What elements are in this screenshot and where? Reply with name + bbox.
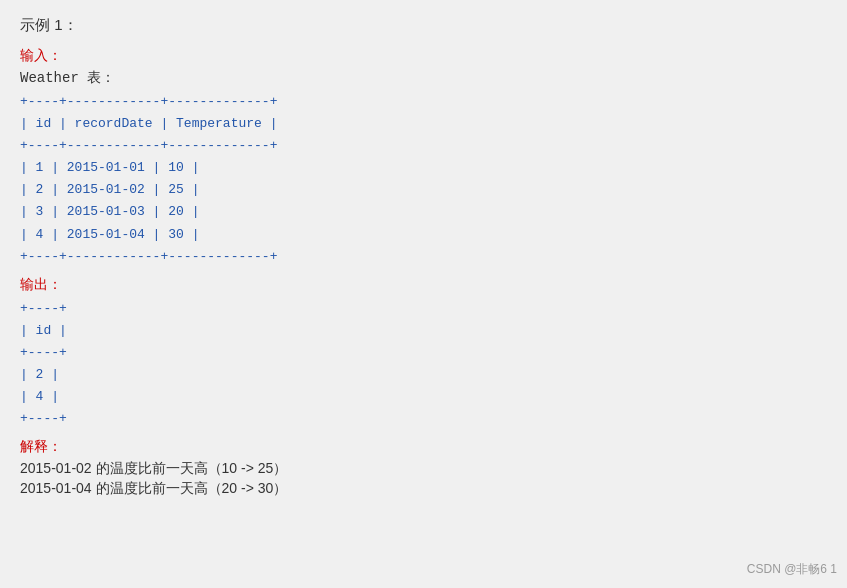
output-top-separator: +----+ bbox=[20, 298, 827, 320]
table-row-4: | 4 | 2015-01-04 | 30 | bbox=[20, 224, 827, 246]
table-row-1: | 1 | 2015-01-01 | 10 | bbox=[20, 157, 827, 179]
explanation-label: 解释： bbox=[20, 438, 827, 456]
output-header: | id | bbox=[20, 320, 827, 342]
table-row-2: | 2 | 2015-01-02 | 25 | bbox=[20, 179, 827, 201]
example-title: 示例 1： bbox=[20, 16, 827, 35]
table-top-separator: +----+------------+-------------+ bbox=[20, 91, 827, 113]
table-row-3: | 3 | 2015-01-03 | 20 | bbox=[20, 201, 827, 223]
input-label: 输入： bbox=[20, 47, 827, 65]
table-bottom-separator: +----+------------+-------------+ bbox=[20, 246, 827, 268]
output-table: +----+ | id | +----+ | 2 | | 4 | +----+ bbox=[20, 298, 827, 431]
table-name: Weather 表： bbox=[20, 69, 827, 87]
explanation-line-1: 2015-01-02 的温度比前一天高（10 -> 25） bbox=[20, 460, 827, 478]
table-header-separator: +----+------------+-------------+ bbox=[20, 135, 827, 157]
output-bottom-separator: +----+ bbox=[20, 408, 827, 430]
explanation-line-2: 2015-01-04 的温度比前一天高（20 -> 30） bbox=[20, 480, 827, 498]
output-label: 输出： bbox=[20, 276, 827, 294]
output-header-separator: +----+ bbox=[20, 342, 827, 364]
output-row-1: | 2 | bbox=[20, 364, 827, 386]
output-row-2: | 4 | bbox=[20, 386, 827, 408]
table-header: | id | recordDate | Temperature | bbox=[20, 113, 827, 135]
watermark: CSDN @非畅6 1 bbox=[747, 561, 837, 578]
input-table: +----+------------+-------------+ | id |… bbox=[20, 91, 827, 268]
